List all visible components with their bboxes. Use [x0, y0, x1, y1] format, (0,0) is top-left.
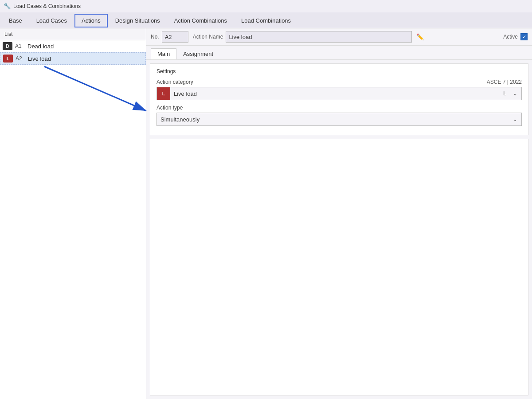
- action-type-label-row: Action type: [156, 105, 522, 111]
- sub-tab-main[interactable]: Main: [151, 48, 176, 59]
- action-type-row: Action type Simultaneously ⌄: [156, 105, 522, 126]
- main-layout: List D A1 Dead load L A2 Live load: [0, 28, 532, 399]
- lower-panel: [150, 139, 528, 395]
- tab-action-combinations[interactable]: Action Combinations: [168, 14, 234, 27]
- list-item-id-a1: A1: [15, 43, 25, 49]
- badge-l: L: [3, 55, 13, 63]
- action-category-extra: L: [501, 90, 509, 97]
- list-items: D A1 Dead load L A2 Live load: [0, 40, 146, 399]
- action-category-label-row: Action category ASCE 7 | 2022: [156, 79, 522, 85]
- action-category-label: Action category: [156, 79, 193, 85]
- action-type-label: Action type: [156, 105, 183, 111]
- action-category-row: Action category ASCE 7 | 2022 L Live loa…: [156, 79, 522, 100]
- active-label: Active: [503, 34, 518, 40]
- list-header: List: [0, 28, 146, 40]
- list-item-name-a1: Dead load: [27, 43, 54, 50]
- settings-panel: Settings Action category ASCE 7 | 2022 L…: [150, 63, 528, 135]
- badge-d: D: [3, 42, 12, 50]
- active-checkbox[interactable]: [520, 33, 528, 40]
- tab-base[interactable]: Base: [2, 14, 29, 27]
- action-name-label: Action Name: [193, 34, 223, 40]
- no-field-group: No.: [151, 31, 188, 43]
- tab-actions[interactable]: Actions: [74, 14, 108, 27]
- title-bar-text: Load Cases & Combinations: [13, 3, 81, 9]
- active-section: Active: [503, 33, 528, 40]
- sub-tab-assignment[interactable]: Assignment: [176, 48, 220, 59]
- action-type-dropdown[interactable]: Simultaneously ⌄: [156, 113, 522, 126]
- action-category-dropdown-arrow[interactable]: ⌄: [509, 87, 521, 100]
- right-panel: No. Action Name ✏️ Active Main Assignmen…: [146, 28, 532, 399]
- app-icon: 🔧: [4, 3, 11, 10]
- action-category-badge: L: [157, 87, 170, 100]
- list-item-a2[interactable]: L A2 Live load: [0, 52, 146, 65]
- left-panel: List D A1 Dead load L A2 Live load: [0, 28, 146, 399]
- list-item-a1[interactable]: D A1 Dead load: [0, 40, 146, 52]
- tab-load-cases[interactable]: Load Cases: [30, 14, 74, 27]
- list-item-id-a2: A2: [16, 55, 25, 62]
- sub-tab-bar: Main Assignment: [146, 46, 532, 60]
- action-category-dropdown[interactable]: L Live load L ⌄: [156, 87, 522, 100]
- no-label: No.: [151, 34, 159, 40]
- action-type-dropdown-arrow[interactable]: ⌄: [509, 113, 521, 125]
- action-category-text: Live load: [170, 90, 501, 97]
- settings-title: Settings: [156, 68, 522, 74]
- action-category-right: ASCE 7 | 2022: [487, 79, 522, 85]
- no-input[interactable]: [162, 31, 188, 43]
- action-name-input[interactable]: [226, 31, 412, 43]
- tab-design-situations[interactable]: Design Situations: [109, 14, 167, 27]
- tab-load-combinations[interactable]: Load Combinations: [235, 14, 297, 27]
- list-item-name-a2: Live load: [28, 55, 51, 62]
- title-bar: 🔧 Load Cases & Combinations: [0, 0, 532, 12]
- action-type-text: Simultaneously: [157, 116, 509, 123]
- edit-action-name-button[interactable]: ✏️: [415, 31, 425, 42]
- tab-bar: Base Load Cases Actions Design Situation…: [0, 12, 532, 28]
- action-name-field-group: Action Name ✏️: [193, 31, 426, 43]
- detail-header: No. Action Name ✏️ Active: [146, 28, 532, 46]
